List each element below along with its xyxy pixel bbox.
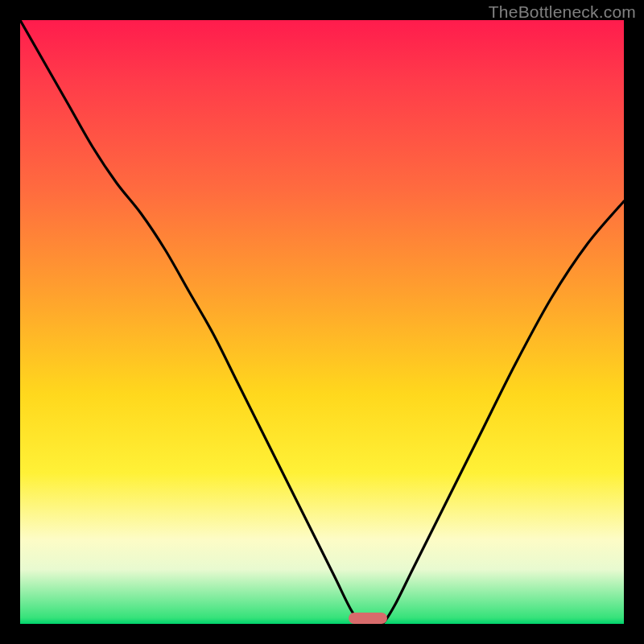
optimal-marker (349, 613, 387, 624)
chart-plot-area (20, 20, 624, 624)
bottleneck-curve (20, 20, 624, 624)
watermark-text: TheBottleneck.com (489, 2, 636, 22)
